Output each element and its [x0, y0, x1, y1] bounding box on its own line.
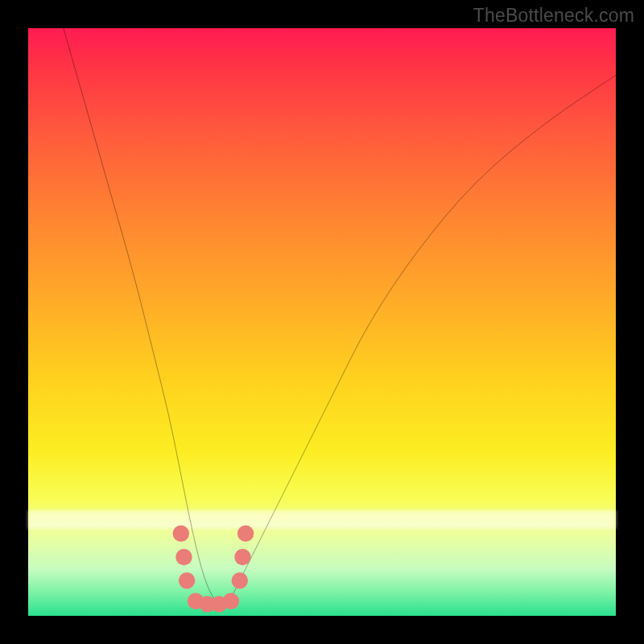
marker-dot: [179, 572, 195, 588]
marker-dot: [234, 549, 250, 565]
watermark-text: TheBottleneck.com: [473, 5, 634, 27]
marker-dot: [173, 526, 189, 542]
plot-area: [28, 28, 616, 616]
marker-dot: [175, 549, 192, 565]
chart-svg: [28, 28, 616, 616]
marker-dot: [232, 572, 248, 588]
frame: TheBottleneck.com: [0, 0, 644, 644]
marker-group: [173, 526, 254, 613]
marker-dot: [223, 593, 239, 609]
curve-line: [64, 28, 616, 604]
marker-dot: [237, 526, 254, 542]
